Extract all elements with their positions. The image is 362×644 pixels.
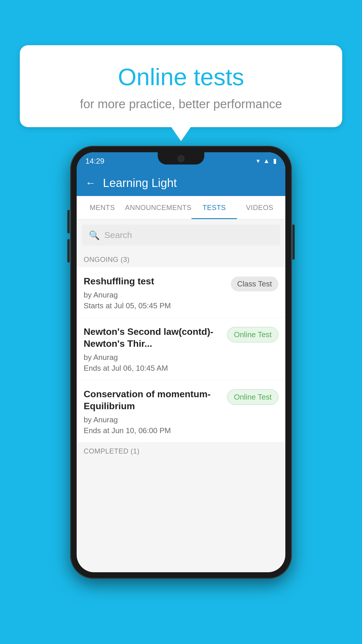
battery-icon: ▮ bbox=[273, 157, 277, 165]
front-camera bbox=[178, 155, 184, 162]
search-bar[interactable]: 🔍 Search bbox=[82, 225, 280, 246]
test-title-conservation: Conservation of momentum-Equilibrium bbox=[84, 388, 222, 412]
wifi-icon: ▾ bbox=[256, 157, 260, 165]
tab-ments[interactable]: MENTS bbox=[80, 196, 125, 219]
bubble-title: Online tests bbox=[34, 63, 328, 91]
status-time: 14:29 bbox=[85, 157, 104, 166]
tab-videos[interactable]: VIDEOS bbox=[237, 196, 282, 219]
test-item-reshuffling[interactable]: Reshuffling test by Anurag Starts at Jul… bbox=[77, 267, 285, 318]
badge-online-test-newton: Online Test bbox=[227, 327, 278, 342]
test-author-conservation: by Anurag bbox=[84, 415, 222, 424]
phone-outer: 14:29 ▾ ▲ ▮ ← Learning Light MENTS ANNOU… bbox=[70, 146, 292, 579]
phone-wrapper: 14:29 ▾ ▲ ▮ ← Learning Light MENTS ANNOU… bbox=[70, 146, 292, 579]
test-author-newton: by Anurag bbox=[84, 353, 222, 362]
back-button[interactable]: ← bbox=[85, 177, 96, 189]
signal-icon: ▲ bbox=[263, 157, 270, 165]
test-info-conservation: Conservation of momentum-Equilibrium by … bbox=[84, 388, 222, 435]
test-info-reshuffling: Reshuffling test by Anurag Starts at Jul… bbox=[84, 275, 226, 310]
volume-up-button bbox=[67, 210, 70, 233]
test-list: Reshuffling test by Anurag Starts at Jul… bbox=[77, 267, 285, 442]
tab-announcements[interactable]: ANNOUNCEMENTS bbox=[125, 196, 191, 219]
test-time-newton: Ends at Jul 06, 10:45 AM bbox=[84, 364, 222, 373]
volume-down-button bbox=[67, 239, 70, 262]
test-title-newton: Newton's Second law(contd)-Newton's Thir… bbox=[84, 326, 222, 350]
test-author-reshuffling: by Anurag bbox=[84, 290, 226, 300]
ongoing-section-header: ONGOING (3) bbox=[77, 251, 285, 267]
bubble-subtitle: for more practice, better performance bbox=[34, 97, 328, 111]
test-time-conservation: Ends at Jun 10, 06:00 PM bbox=[84, 426, 222, 435]
test-item-conservation[interactable]: Conservation of momentum-Equilibrium by … bbox=[77, 380, 285, 442]
test-info-newton: Newton's Second law(contd)-Newton's Thir… bbox=[84, 326, 222, 373]
badge-online-test-conservation: Online Test bbox=[227, 389, 278, 405]
tabs-bar: MENTS ANNOUNCEMENTS TESTS VIDEOS bbox=[77, 196, 285, 219]
power-button bbox=[292, 225, 295, 260]
badge-class-test-reshuffling: Class Test bbox=[231, 276, 278, 291]
app-header: ← Learning Light bbox=[77, 170, 285, 196]
completed-section-header: COMPLETED (1) bbox=[77, 442, 285, 459]
search-input[interactable]: Search bbox=[104, 230, 132, 240]
phone-notch bbox=[158, 152, 204, 164]
app-title: Learning Light bbox=[103, 176, 177, 190]
speech-bubble: Online tests for more practice, better p… bbox=[20, 45, 342, 127]
test-item-newton[interactable]: Newton's Second law(contd)-Newton's Thir… bbox=[77, 318, 285, 380]
tab-tests[interactable]: TESTS bbox=[191, 196, 237, 219]
search-icon: 🔍 bbox=[89, 230, 100, 240]
test-title-reshuffling: Reshuffling test bbox=[84, 275, 226, 288]
test-time-reshuffling: Starts at Jul 05, 05:45 PM bbox=[84, 301, 226, 310]
status-icons: ▾ ▲ ▮ bbox=[256, 157, 277, 165]
phone-screen: 14:29 ▾ ▲ ▮ ← Learning Light MENTS ANNOU… bbox=[77, 152, 285, 572]
